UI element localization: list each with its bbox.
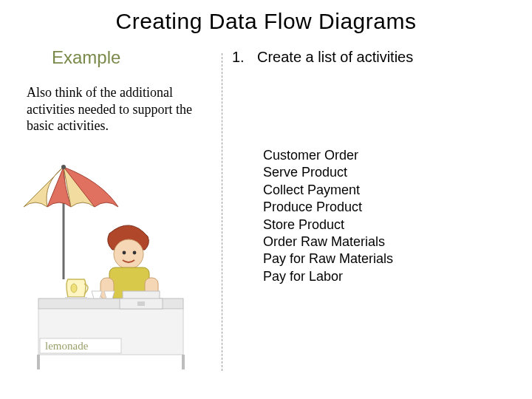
svg-point-4 [133,251,137,255]
svg-rect-16 [137,301,145,306]
support-text: Also think of the additional activities … [27,84,217,134]
lemonade-stand-illustration: lemonade [21,161,207,371]
svg-point-1 [61,165,66,169]
svg-point-2 [114,239,143,269]
step-line: 1. Create a list of activities [232,49,525,66]
list-item: Pay for Raw Materials [263,250,525,267]
example-heading: Example [52,47,217,68]
svg-point-12 [71,284,77,293]
list-item: Collect Payment [263,182,525,199]
list-item: Order Raw Materials [263,233,525,250]
slide-title: Creating Data Flow Diagrams [0,0,532,34]
list-item: Store Product [263,216,525,233]
list-item: Produce Product [263,199,525,216]
right-column: 1. Create a list of activities Customer … [222,47,525,285]
svg-rect-13 [65,297,87,299]
sign-text: lemonade [45,340,89,352]
step-number: 1. [232,49,247,66]
lemonade-stand-icon: lemonade [21,161,207,371]
list-item: Pay for Labor [263,268,525,285]
activity-list: Customer Order Serve Product Collect Pay… [263,147,525,285]
vertical-divider [222,53,222,371]
svg-point-3 [123,251,126,255]
list-item: Customer Order [263,147,525,164]
step-text: Create a list of activities [257,49,413,66]
list-item: Serve Product [263,164,525,181]
